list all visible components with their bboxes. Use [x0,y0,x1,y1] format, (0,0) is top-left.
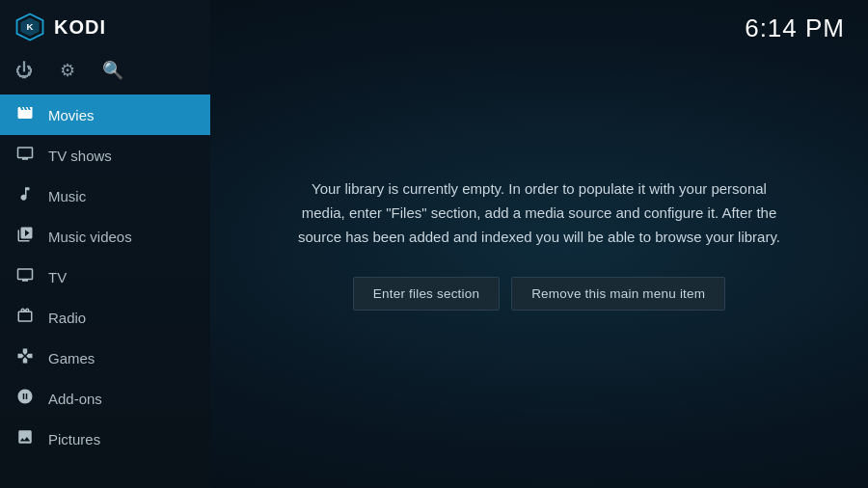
sidebar-label-music: Music [48,188,86,204]
enter-files-button[interactable]: Enter files section [353,277,500,311]
sidebar-item-radio[interactable]: Radio [0,297,210,338]
app-title: KODI [54,16,106,39]
music-icon [15,185,35,206]
remove-menu-item-button[interactable]: Remove this main menu item [511,277,725,311]
logo-area: K KODI [0,0,210,54]
sidebar-label-tvshows: TV shows [48,148,112,164]
svg-text:K: K [27,21,34,32]
clock: 6:14 PM [745,14,845,43]
livetv-icon [15,266,35,287]
top-controls: ⏻ ⚙ 🔍 [0,54,210,95]
sidebar-item-music[interactable]: Music [0,176,210,216]
sidebar-label-radio: Radio [48,310,86,326]
sidebar-label-movies: Movies [48,107,95,123]
addons-icon [15,388,35,409]
sidebar-item-pictures[interactable]: Pictures [0,419,210,459]
sidebar-item-addons[interactable]: Add-ons [0,378,210,419]
sidebar-item-musicvideos[interactable]: Music videos [0,216,210,257]
movies-icon [15,104,35,125]
sidebar-item-tv[interactable]: TV [0,257,210,297]
sidebar-item-games[interactable]: Games [0,338,210,378]
sidebar-label-addons: Add-ons [48,391,102,407]
power-icon[interactable]: ⏻ [15,61,33,81]
tv-icon [15,145,35,166]
mvideo-icon [15,226,35,247]
main-content: Your library is currently empty. In orde… [210,0,868,488]
empty-library-message: Your library is currently empty. In orde… [288,177,790,249]
action-buttons: Enter files section Remove this main men… [353,277,725,311]
sidebar-item-tvshows[interactable]: TV shows [0,135,210,176]
radio-icon [15,307,35,328]
settings-icon[interactable]: ⚙ [60,60,75,81]
games-icon [15,347,35,368]
sidebar-label-musicvideos: Music videos [48,229,132,245]
kodi-logo-icon: K [15,13,44,41]
sidebar-label-pictures: Pictures [48,431,100,447]
search-icon[interactable]: 🔍 [102,60,123,81]
sidebar-label-tv: TV [48,269,67,285]
pictures-icon [15,428,35,449]
sidebar-label-games: Games [48,350,95,366]
nav-list: MoviesTV showsMusicMusic videosTVRadioGa… [0,95,210,459]
sidebar-item-movies[interactable]: Movies [0,95,210,135]
sidebar: K KODI ⏻ ⚙ 🔍 MoviesTV showsMusicMusic vi… [0,0,210,488]
